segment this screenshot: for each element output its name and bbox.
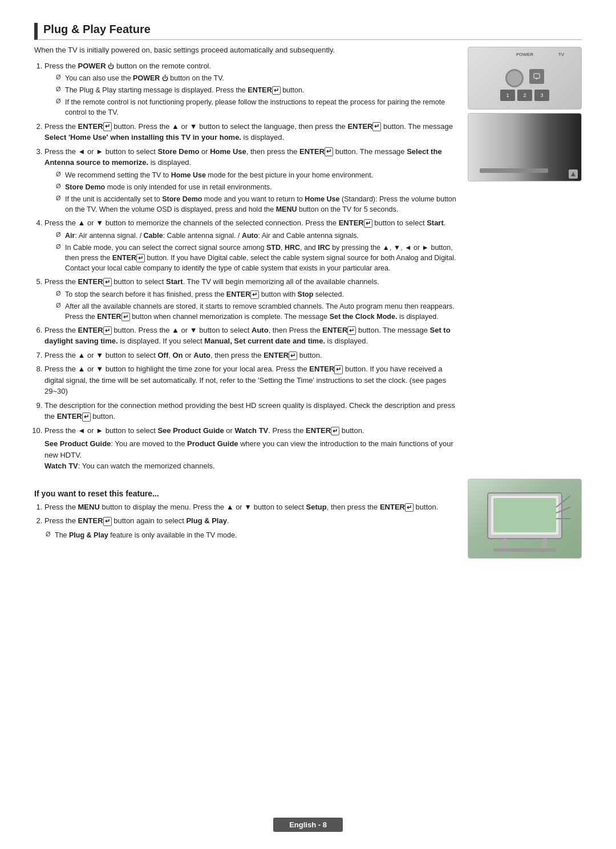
power-label: POWER <box>516 52 533 57</box>
reset-section: If you want to reset this feature... Pre… <box>34 479 582 559</box>
power-button-circle <box>505 69 524 87</box>
svg-rect-7 <box>493 548 556 552</box>
reset-step-2: Press the ENTER↵ button again to select … <box>44 515 456 527</box>
tv-label: TV <box>558 52 564 57</box>
step-7: Press the ▲ or ▼ button to select Off, O… <box>44 350 456 361</box>
svg-rect-0 <box>534 74 540 78</box>
btn-3: 3 <box>534 90 549 101</box>
note-1-2: The Plug & Play starting message is disp… <box>56 85 456 95</box>
step-5: Press the ENTER↵ button to select Start.… <box>44 276 456 322</box>
tv-screen-bar <box>480 168 548 173</box>
intro-paragraph: When the TV is initially powered on, bas… <box>34 45 456 56</box>
page-title: Plug & Play Feature <box>34 23 582 40</box>
step-6: Press the ENTER↵ button. Press the ▲ or … <box>44 325 456 347</box>
tv-screen-image <box>468 113 582 181</box>
note-1-1: You can also use the POWER ⏻ button on t… <box>56 73 456 83</box>
note-5-1: To stop the search before it has finishe… <box>56 289 456 300</box>
watch-tv-desc: Watch TV: You can watch the memorized ch… <box>44 462 215 470</box>
tv-corner-icon <box>569 169 578 179</box>
svg-rect-1 <box>536 78 538 79</box>
reset-title: If you want to reset this feature... <box>34 489 456 498</box>
note-3-1: We recommend setting the TV to Home Use … <box>56 170 456 180</box>
right-images-panel: POWER TV 1 2 3 <box>468 47 582 181</box>
step-8: Press the ▲ or ▼ button to highlight the… <box>44 363 456 397</box>
tv-stand-svg <box>476 484 573 553</box>
step-3: Press the ◄ or ► button to select Store … <box>44 146 456 215</box>
reset-step-1: Press the MENU button to display the men… <box>44 502 456 513</box>
svg-rect-4 <box>493 498 556 532</box>
btn-2: 2 <box>517 90 532 101</box>
step-1: Press the POWER ⏻ button on the remote c… <box>44 60 456 118</box>
main-text-content: When the TV is initially powered on, bas… <box>34 45 456 475</box>
remote-control-image: POWER TV 1 2 3 <box>468 47 582 110</box>
steps-list: Press the POWER ⏻ button on the remote c… <box>34 60 456 472</box>
btn-1: 1 <box>500 90 515 101</box>
note-3-3: If the unit is accidentally set to Store… <box>56 194 456 215</box>
note-4-2: In Cable mode, you can select the correc… <box>56 242 456 273</box>
footer-badge: English - 8 <box>273 818 343 832</box>
note-1-3: If the remote control is not functioning… <box>56 97 456 118</box>
tv-stand-image <box>468 479 582 559</box>
reset-text: If you want to reset this feature... Pre… <box>34 479 456 542</box>
step-4: Press the ▲ or ▼ button to memorize the … <box>44 217 456 273</box>
step-10: Press the ◄ or ► button to select See Pr… <box>44 425 456 472</box>
footer: English - 8 <box>0 818 616 832</box>
tv-button <box>529 69 544 84</box>
page-container: Plug & Play Feature When the TV is initi… <box>34 23 582 559</box>
note-3-2: Store Demo mode is only intended for use… <box>56 182 456 192</box>
product-guide-desc: See Product Guide: You are moved to the … <box>44 439 453 459</box>
reset-steps-list: Press the MENU button to display the men… <box>34 502 456 527</box>
reset-note: The Plug & Play feature is only availabl… <box>46 530 456 540</box>
step-2: Press the ENTER↵ button. Press the ▲ or … <box>44 121 456 143</box>
number-buttons: 1 2 3 <box>500 90 549 101</box>
note-4-1: Air: Air antenna signal. / Cable: Cable … <box>56 231 456 241</box>
note-5-2: After all the available channels are sto… <box>56 301 456 322</box>
step-9: The description for the connection metho… <box>44 400 456 422</box>
